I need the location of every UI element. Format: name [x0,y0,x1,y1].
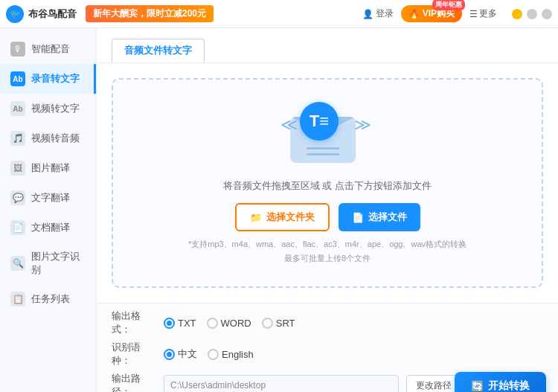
sidebar-label: 录音转文字 [31,72,80,86]
close-button[interactable] [542,9,552,19]
srt-radio[interactable] [262,318,273,329]
sidebar-label: 文字翻译 [31,191,70,205]
sidebar-label: 文档翻译 [31,221,70,234]
sidebar-item-video-to-audio[interactable]: 🎵 视频转音频 [0,123,96,153]
format-options: TXT WORD SRT [164,318,295,329]
t-icon: T≡ [310,112,329,131]
format-txt[interactable]: TXT [164,318,196,329]
chinese-radio[interactable] [164,349,175,360]
task-list-icon: 📋 [10,292,25,306]
sidebar-item-task-list[interactable]: 📋 任务列表 [0,284,96,314]
start-button-wrapper: 🔄 开始转换 [455,372,546,392]
user-icon: 👤 [362,9,373,19]
more-button[interactable]: ☰ 更多 [469,7,497,20]
video-audio-icon: 🎵 [10,131,25,146]
path-label: 输出路径： [112,372,156,392]
word-radio[interactable] [207,318,218,329]
content-area: 音频文件转文字 [97,28,558,392]
left-arrow-icon: ≪ [280,115,298,135]
vip-badge: 周年钜惠 [432,0,465,10]
format-srt[interactable]: SRT [262,318,295,329]
audio-text-icon: Ab [10,71,25,86]
sidebar: 🎙 智能配音 Ab 录音转文字 Ab 视频转文字 🎵 视频转音频 🖼 图片翻译 … [0,28,97,392]
image-translate-icon: 🖼 [10,161,25,176]
drop-icon: T≡ ≪ ≫ [286,102,368,169]
main-layout: 🎙 智能配音 Ab 录音转文字 Ab 视频转文字 🎵 视频转音频 🖼 图片翻译 … [0,28,558,392]
format-row: 输出格式： TXT WORD SRT [112,309,543,336]
tab-audio-to-text[interactable]: 音频文件转文字 [112,39,205,62]
sidebar-label: 图片翻译 [31,161,70,175]
drop-zone-wrapper: T≡ ≪ ≫ 将音频文件拖拽至区域 或 点击下方按钮添加文件 📁 选择文件夹 [97,63,558,303]
minimize-button[interactable] [512,9,522,19]
format-label: 输出格式： [112,309,156,336]
vip-button[interactable]: 🔥 VIP购买 周年钜惠 [401,5,462,22]
formats-note: *支持mp3、m4a、wma、aac、flac、ac3、m4r、ape、ogg、… [188,239,466,250]
logo-icon: 🐦 [6,5,24,23]
format-word[interactable]: WORD [207,318,251,329]
sidebar-label: 视频转音频 [31,132,80,145]
drop-actions: 📁 选择文件夹 📄 选择文件 [235,203,420,231]
file-icon: 📄 [352,212,364,223]
menu-icon: ☰ [469,9,478,19]
select-file-button[interactable]: 📄 选择文件 [339,203,420,231]
lang-row: 识别语种： 中文 English [112,341,543,367]
promo-banner: 新年大酬宾，限时立减200元 [86,5,214,22]
sidebar-label: 视频转文字 [31,102,80,115]
start-icon: 🔄 [471,380,484,392]
start-convert-button[interactable]: 🔄 开始转换 [455,372,546,392]
right-arrow-icon: ≫ [354,115,371,135]
text-translate-icon: 💬 [10,190,25,205]
lang-label: 识别语种： [112,341,156,367]
login-button[interactable]: 👤 登录 [362,7,394,20]
sidebar-item-audio-to-text[interactable]: Ab 录音转文字 [0,64,96,94]
sidebar-item-image-translate[interactable]: 🖼 图片翻译 [0,153,96,183]
app-logo: 🐦 布谷鸟配音 [6,5,77,23]
sidebar-item-video-to-text[interactable]: Ab 视频转文字 [0,94,96,123]
select-folder-button[interactable]: 📁 选择文件夹 [235,203,330,231]
path-input[interactable] [164,375,399,392]
ocr-icon: 🔍 [10,256,25,271]
sidebar-item-doc-translate[interactable]: 📄 文档翻译 [0,213,96,242]
max-files-note: 最多可批量上传8个文件 [284,253,371,264]
sidebar-label: 任务列表 [31,292,70,306]
change-path-button[interactable]: 更改路径 [406,375,461,393]
title-bar-right: 👤 登录 🔥 VIP购买 周年钜惠 ☰ 更多 [362,5,552,22]
maximize-button[interactable] [527,9,537,19]
drop-zone[interactable]: T≡ ≪ ≫ 将音频文件拖拽至区域 或 点击下方按钮添加文件 📁 选择文件夹 [112,78,543,288]
content-body: T≡ ≪ ≫ 将音频文件拖拽至区域 或 点击下方按钮添加文件 📁 选择文件夹 [97,63,558,392]
video-text-icon: Ab [10,101,25,116]
doc-translate-icon: 📄 [10,220,25,235]
lang-chinese[interactable]: 中文 [164,347,197,361]
folder-icon: 📁 [250,212,262,223]
app-title: 布谷鸟配音 [28,7,77,21]
sidebar-item-ocr[interactable]: 🔍 图片文字识别 [0,242,96,284]
sidebar-label: 图片文字识别 [31,250,86,277]
sidebar-item-text-translate[interactable]: 💬 文字翻译 [0,183,96,213]
vip-icon: 🔥 [408,9,420,19]
content-header: 音频文件转文字 [97,28,558,63]
sidebar-item-smart-voice[interactable]: 🎙 智能配音 [0,34,96,64]
txt-radio[interactable] [164,318,175,329]
smart-voice-icon: 🎙 [10,42,25,57]
title-bar: 🐦 布谷鸟配音 新年大酬宾，限时立减200元 👤 登录 🔥 VIP购买 周年钜惠… [0,0,558,28]
drop-hint: 将音频文件拖拽至区域 或 点击下方按钮添加文件 [223,179,432,193]
sidebar-label: 智能配音 [31,42,70,56]
lang-options: 中文 English [164,347,254,361]
english-radio[interactable] [208,349,219,360]
lang-english[interactable]: English [208,349,254,360]
window-controls [512,9,552,19]
